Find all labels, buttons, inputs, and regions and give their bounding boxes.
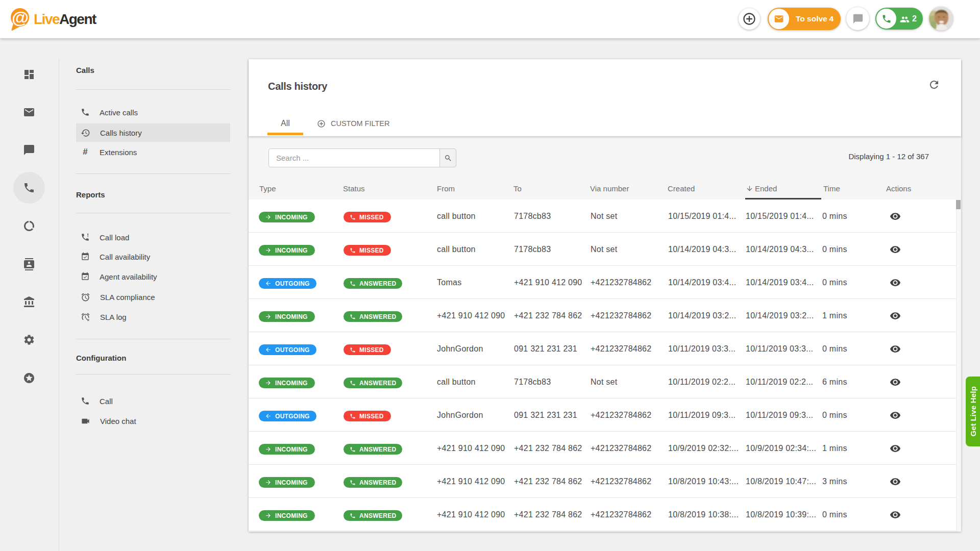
svg-text:@: @ [12,8,29,27]
